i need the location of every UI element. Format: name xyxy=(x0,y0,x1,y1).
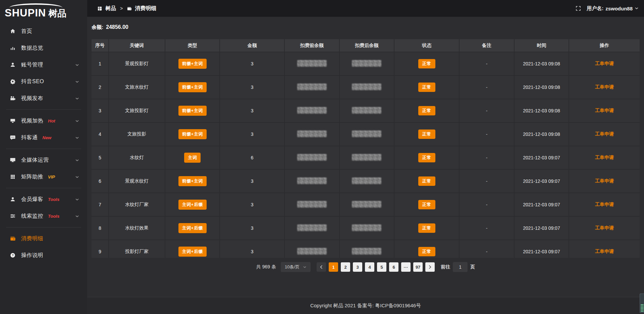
sidebar-item-matrix-boost[interactable]: 矩阵助推 VIP xyxy=(0,168,87,185)
breadcrumb-home[interactable]: 树品 xyxy=(105,5,116,12)
hot-badge: Hot xyxy=(48,118,55,123)
page-button-6[interactable]: 6 xyxy=(389,262,398,272)
cell-remark: - xyxy=(459,193,514,216)
cell-keyword: 水纹灯厂家 xyxy=(109,193,165,216)
top-bar: 树品 > 消费明细 用户名: zswodun88 xyxy=(87,0,644,17)
breadcrumb-current: 消费明细 xyxy=(135,5,156,12)
breadcrumb-separator: > xyxy=(119,6,124,11)
username-label: 用户名: xyxy=(587,5,603,12)
page-button-4[interactable]: 4 xyxy=(365,262,374,272)
type-badge: 主词+后缀 xyxy=(178,247,207,257)
masked-balance-after xyxy=(352,60,381,67)
pagination: 共 969 条 10条/页 1 2 3 4 5 6 ··· 97 前往 页 xyxy=(92,262,640,272)
page-button-5[interactable]: 5 xyxy=(377,262,386,272)
sidebar-item-video-heat[interactable]: 视频加热 Hot xyxy=(0,112,87,129)
wallet-icon xyxy=(9,235,16,242)
cell-amount: 3 xyxy=(220,75,284,99)
type-badge: 前缀+主词 xyxy=(178,59,207,69)
sidebar-item-consumption-detail[interactable]: 消费明细 xyxy=(0,230,87,247)
action-link[interactable]: 工单申请 xyxy=(595,108,614,113)
breadcrumb: 树品 > 消费明细 xyxy=(97,5,156,12)
status-badge: 正常 xyxy=(418,106,435,115)
page-button-1[interactable]: 1 xyxy=(329,262,338,272)
cell-remark: - xyxy=(459,52,514,75)
masked-balance-before xyxy=(297,60,327,67)
cell-amount: 3 xyxy=(220,99,284,122)
table-header-row: 序号 关键词 类型 金额 扣费前余额 扣费后余额 状态 备注 时间 操作 xyxy=(92,39,640,52)
goto-label: 前往 xyxy=(441,264,450,270)
type-badge: 主词+后缀 xyxy=(178,200,207,210)
user-dropdown[interactable]: 用户名: zswodun88 xyxy=(587,5,639,12)
chevron-down-icon xyxy=(75,118,79,124)
bar-chart-icon xyxy=(9,45,16,51)
sidebar-divider xyxy=(6,149,81,149)
action-link[interactable]: 工单申请 xyxy=(595,84,614,90)
chevron-down-icon xyxy=(75,62,79,68)
chevron-down-icon xyxy=(75,135,79,141)
cell-index: 1 xyxy=(92,52,109,75)
masked-balance-after xyxy=(352,224,381,231)
sidebar-item-label: 视频加热 xyxy=(21,117,43,124)
user-icon xyxy=(9,61,16,68)
gear-icon xyxy=(9,78,16,85)
page-button-last[interactable]: 97 xyxy=(413,262,423,272)
cell-keyword: 文旅水纹灯 xyxy=(109,75,165,99)
sidebar-item-data-overview[interactable]: 数据总览 xyxy=(0,40,87,56)
page-button-2[interactable]: 2 xyxy=(341,262,350,272)
page-size-value: 10条/页 xyxy=(285,264,300,270)
more-pages-button[interactable]: ··· xyxy=(401,262,411,272)
cell-index: 8 xyxy=(92,216,109,240)
sidebar-item-home[interactable]: 首页 xyxy=(0,23,87,40)
cell-keyword: 水纹灯 xyxy=(109,146,165,169)
col-balance-before: 扣费前余额 xyxy=(284,39,339,52)
sidebar-divider xyxy=(6,109,81,110)
username-value: zswodun88 xyxy=(605,6,633,11)
prev-page-button[interactable] xyxy=(317,262,326,272)
fullscreen-icon[interactable] xyxy=(575,5,581,11)
balance-value: 24856.00 xyxy=(106,24,128,30)
cell-index: 3 xyxy=(92,99,109,122)
col-type: 类型 xyxy=(165,39,220,52)
sidebar-item-media-operation[interactable]: 全媒体运营 xyxy=(0,152,87,168)
action-link[interactable]: 工单申请 xyxy=(595,178,614,184)
main-column: 树品 > 消费明细 用户名: zswodun88 余额:24856.00 xyxy=(87,0,644,314)
balance: 余额:24856.00 xyxy=(92,24,640,31)
cell-amount: 3 xyxy=(220,240,284,258)
action-link[interactable]: 工单申请 xyxy=(595,225,614,230)
page-size-select[interactable]: 10条/页 xyxy=(281,262,311,272)
sidebar-item-label: 消费明细 xyxy=(21,235,43,242)
sidebar-item-douyin-seo[interactable]: 抖音SEO xyxy=(0,73,87,90)
sidebar-item-douketong[interactable]: 抖客通 New xyxy=(0,129,87,146)
masked-balance-before xyxy=(297,107,327,114)
action-link[interactable]: 工单申请 xyxy=(595,202,614,207)
cell-amount: 3 xyxy=(220,216,284,240)
masked-balance-before xyxy=(297,201,327,208)
action-link[interactable]: 工单申请 xyxy=(595,61,614,66)
sidebar-item-video-publish[interactable]: 视频发布 xyxy=(0,90,87,107)
sidebar-item-account[interactable]: 账号管理 xyxy=(0,56,87,73)
sidebar-item-instructions[interactable]: ? 操作说明 xyxy=(0,247,87,264)
cell-index: 7 xyxy=(92,193,109,216)
action-link[interactable]: 工单申请 xyxy=(595,249,614,254)
next-page-button[interactable] xyxy=(425,262,435,272)
chat-widget[interactable] xyxy=(640,294,644,313)
chevron-down-icon xyxy=(635,7,639,10)
page-button-3[interactable]: 3 xyxy=(353,262,362,272)
sidebar-item-lead-monitor[interactable]: 线索监控 Tools xyxy=(0,208,87,224)
cell-remark: - xyxy=(459,169,514,193)
action-link[interactable]: 工单申请 xyxy=(595,131,614,137)
action-link[interactable]: 工单申请 xyxy=(595,155,614,160)
sidebar-divider xyxy=(6,227,81,227)
sidebar-item-label: 视频发布 xyxy=(21,95,43,102)
sidebar-item-label: 首页 xyxy=(21,28,32,35)
sidebar-item-label: 全媒体运营 xyxy=(21,157,49,164)
sidebar-item-label: 抖音SEO xyxy=(21,78,44,85)
content-area: 余额:24856.00 序号 关键词 类型 金额 xyxy=(87,17,644,297)
goto-page-input[interactable] xyxy=(453,262,468,272)
cell-amount: 3 xyxy=(220,52,284,75)
sidebar-item-label: 矩阵助推 xyxy=(21,173,43,180)
sidebar-divider xyxy=(6,188,81,188)
sidebar-item-member-burst[interactable]: 会员爆客 Tools xyxy=(0,191,87,208)
masked-balance-before xyxy=(297,154,327,161)
cell-remark: - xyxy=(459,99,514,122)
